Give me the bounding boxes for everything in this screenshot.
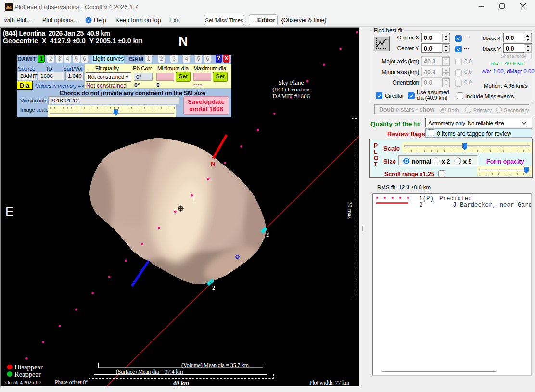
- svg-text:Occult 4.2026.1.7: Occult 4.2026.1.7: [5, 380, 41, 385]
- svg-text:(Surface) Mean dia = 37.4 km: (Surface) Mean dia = 37.4 km: [116, 368, 183, 375]
- svg-text:2: 2: [266, 231, 269, 238]
- svg-text:40 km: 40 km: [172, 379, 189, 386]
- svg-text:J Bardecker, near Gardn: J Bardecker, near Gardn: [453, 202, 531, 209]
- svg-text:DAMIT #1606: DAMIT #1606: [272, 92, 310, 100]
- svg-text:N: N: [178, 34, 188, 49]
- svg-text:2: 2: [419, 202, 423, 209]
- svg-text:2: 2: [212, 284, 215, 291]
- svg-text:?: ?: [88, 18, 90, 23]
- svg-text:Plot width: 77 km: Plot width: 77 km: [309, 379, 350, 386]
- svg-text:1(P): 1(P): [419, 195, 433, 202]
- svg-text:Geocentric X 4127.9 ±0.0 Y: Geocentric X 4127.9 ±0.0 Y 2005.1 ±0.0 k…: [3, 37, 143, 45]
- svg-text:Reappear: Reappear: [14, 370, 41, 378]
- svg-text:(844) Leontina: (844) Leontina: [272, 86, 310, 93]
- svg-text:1: 1: [192, 196, 195, 202]
- svg-text:20 mas: 20 mas: [346, 202, 353, 219]
- svg-text:(844) Leontina 2026 Jan 25 4: (844) Leontina 2026 Jan 25 40.9 km: [3, 29, 110, 37]
- svg-text:E: E: [5, 204, 13, 219]
- svg-text:N: N: [211, 160, 215, 167]
- svg-text:Predicted: Predicted: [439, 195, 472, 202]
- svg-text:Phase offset 0°: Phase offset 0°: [55, 379, 88, 385]
- svg-text:(Volume) Mean dia = 35.7 km: (Volume) Mean dia = 35.7 km: [181, 362, 249, 368]
- svg-text:Sky Plane: Sky Plane: [279, 79, 304, 86]
